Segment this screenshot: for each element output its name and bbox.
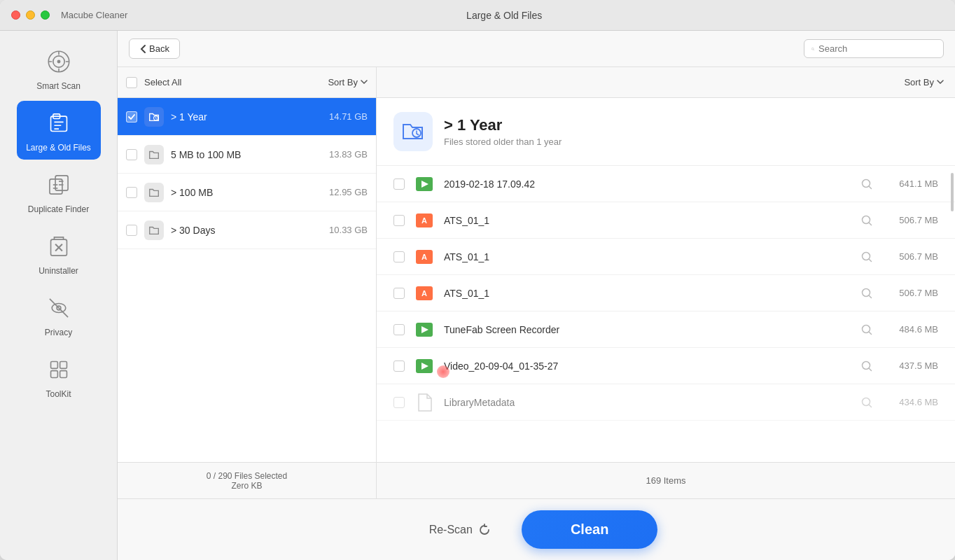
svg-text:A: A [421,253,427,261]
gt100mb-checkbox[interactable] [126,187,137,198]
list-header: Select All Sort By [118,67,376,98]
svg-line-29 [814,49,814,50]
sidebar-item-uninstaller[interactable]: Uninstaller [17,224,101,283]
content-area: Select All Sort By [118,67,955,498]
gt30days-checkbox[interactable] [126,225,137,236]
file3-checkbox[interactable] [393,251,405,262]
5to100mb-size: 13.83 GB [329,149,368,160]
file6-search-icon[interactable] [860,359,874,373]
left-panel: Select All Sort By [118,67,377,498]
file1-checkbox[interactable] [393,178,405,190]
title-bar: Macube Cleaner Large & Old Files [0,0,955,31]
rescan-icon [478,524,491,536]
file4-search-icon[interactable] [860,286,874,300]
smart-scan-icon [43,46,74,77]
sidebar-item-privacy[interactable]: Privacy [17,286,101,344]
file-item-2[interactable]: A ATS_01_1 506.7 MB [377,202,955,239]
file-item-3[interactable]: A ATS_01_1 506.7 MB [377,239,955,275]
back-button[interactable]: Back [129,38,180,59]
rescan-button[interactable]: Re-Scan [415,515,505,545]
file6-checkbox[interactable] [393,360,405,372]
list-item-gt100mb[interactable]: > 100 MB 12.95 GB [118,174,376,211]
file-item-5[interactable]: TuneFab Screen Recorder 484.6 MB [377,312,955,348]
file3-icon: A [413,246,435,268]
select-all-label: Select All [144,77,181,88]
svg-line-57 [869,405,872,407]
file2-checkbox[interactable] [393,215,405,226]
svg-line-39 [869,223,872,225]
svg-line-35 [869,186,872,189]
close-button[interactable] [11,10,20,20]
svg-text:A: A [421,216,427,225]
right-footer: 169 Items [377,462,955,498]
file7-name: LibraryMetadata [444,397,851,408]
list-item-gt1year[interactable]: > 1 Year 14.71 GB [118,98,376,136]
sidebar-item-smart-scan[interactable]: Smart Scan [17,39,101,98]
file1-name: 2019-02-18 17.09.42 [444,178,851,190]
scrollbar[interactable] [951,173,954,211]
file2-search-icon[interactable] [860,214,874,227]
video-icon-2 [414,356,434,376]
file5-search-icon[interactable] [860,323,874,337]
svg-line-43 [869,259,872,262]
minimize-button[interactable] [26,10,35,20]
search-input[interactable] [818,43,936,54]
game-icon-2: A [414,247,434,267]
file7-checkbox[interactable] [393,397,405,408]
svg-rect-25 [60,362,67,369]
file5-checkbox[interactable] [393,324,405,335]
bottom-bar: Re-Scan Clean [118,498,955,560]
file7-search-icon[interactable] [860,396,874,410]
gt30days-size: 10.33 GB [329,225,368,235]
right-header: Sort By [377,67,955,98]
clean-button[interactable]: Clean [522,510,657,549]
file2-name: ATS_01_1 [444,215,851,226]
svg-line-55 [869,368,872,371]
sort-chevron-icon [361,80,368,85]
file-item-1[interactable]: 2019-02-18 17.09.42 641.1 MB [377,166,955,202]
detail-text: > 1 Year Files stored older than 1 year [444,116,562,147]
list-item-5to100mb[interactable]: 5 MB to 100 MB 13.83 GB [118,136,376,174]
sidebar-item-large-old-files[interactable]: Large & Old Files [17,101,101,160]
sidebar-item-duplicate-finder[interactable]: Duplicate Finder [17,162,101,221]
file2-size: 506.7 MB [882,215,938,225]
left-sort-by-button[interactable]: Sort By [328,77,368,88]
5to100mb-checkbox[interactable] [126,149,137,160]
select-all-checkbox[interactable] [126,77,137,88]
detail-title: > 1 Year [444,116,562,134]
gt100mb-label: > 100 MB [171,187,322,198]
right-sort-by-button[interactable]: Sort By [904,77,944,88]
search-box[interactable] [804,39,944,58]
svg-rect-27 [60,371,67,378]
privacy-label: Privacy [45,328,72,337]
maximize-button[interactable] [41,10,50,20]
detail-folder-clock-icon [400,119,426,144]
file1-icon [413,173,435,195]
top-bar: Back [118,31,955,67]
main-panel: Back Select All [118,31,955,560]
sidebar-item-toolkit[interactable]: ToolKit [17,347,101,406]
file1-search-icon[interactable] [860,177,874,191]
file3-name: ATS_01_1 [444,251,851,262]
gt1year-checkbox[interactable] [126,111,137,122]
folder-clock-icon [148,111,160,123]
file-item-7[interactable]: LibraryMetadata 434.6 MB [377,384,955,421]
file5-icon [413,318,435,341]
large-old-files-label: Large & Old Files [26,143,91,153]
traffic-lights [11,10,50,20]
file-item-4[interactable]: A ATS_01_1 506.7 MB [377,275,955,312]
list-item-gt30days[interactable]: > 30 Days 10.33 GB [118,211,376,249]
toolkit-icon [43,354,74,385]
file3-search-icon[interactable] [860,250,874,264]
game-icon-3: A [414,284,434,303]
file7-icon [413,391,435,414]
gt100mb-size: 12.95 GB [329,187,368,197]
file4-checkbox[interactable] [393,288,405,299]
file-item-6[interactable]: Video_20-09-04_01-35-27 437.5 MB [377,348,955,384]
5to100mb-icon [144,145,164,164]
check-icon [128,114,135,120]
right-panel: Sort By [377,67,955,498]
folder-icon [148,148,160,161]
duplicate-finder-icon [43,169,74,200]
file5-name: TuneFab Screen Recorder [444,324,851,335]
